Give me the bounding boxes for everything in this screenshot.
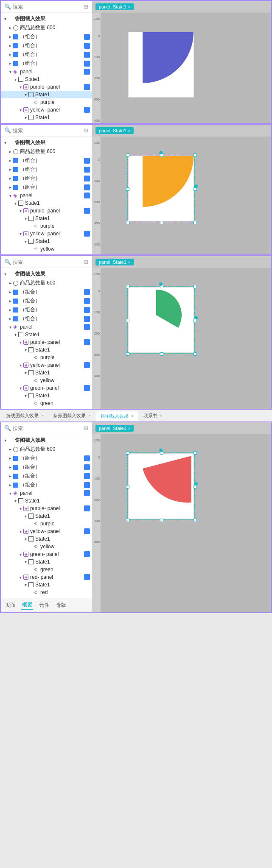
close-tab-icon[interactable]: × bbox=[41, 413, 44, 418]
tree-item[interactable]: State1 bbox=[1, 346, 92, 354]
chevron-icon[interactable] bbox=[18, 363, 23, 368]
selection-handle[interactable] bbox=[193, 451, 197, 455]
search-input[interactable] bbox=[13, 128, 82, 134]
tree-item[interactable]: ◈panel bbox=[1, 323, 92, 331]
tree-item[interactable]: State1 bbox=[1, 392, 92, 399]
chevron-icon[interactable] bbox=[23, 371, 28, 375]
tree-item[interactable]: （组合） bbox=[1, 41, 92, 50]
rotation-handle[interactable] bbox=[159, 282, 163, 286]
chevron-icon[interactable] bbox=[23, 560, 28, 564]
tree-item[interactable]: （组合） bbox=[1, 174, 92, 183]
tree-item[interactable]: （组合） bbox=[1, 305, 92, 314]
selection-handle[interactable] bbox=[160, 352, 163, 356]
selection-handle[interactable] bbox=[160, 519, 163, 522]
tree-item[interactable]: ◈purple- panel bbox=[1, 338, 92, 346]
tree-item[interactable]: ⟲green bbox=[1, 399, 92, 407]
anchor-handle[interactable] bbox=[194, 316, 198, 319]
tree-item[interactable]: State1 bbox=[1, 199, 92, 207]
chevron-icon[interactable] bbox=[8, 61, 13, 66]
chevron-icon[interactable] bbox=[8, 281, 13, 285]
tree-item[interactable]: State1 bbox=[1, 114, 92, 121]
chevron-icon[interactable] bbox=[8, 307, 13, 312]
tree-item[interactable]: （组合） bbox=[1, 480, 92, 489]
chevron-icon[interactable] bbox=[8, 474, 13, 478]
tree-item[interactable]: ◈yellow- panel bbox=[1, 106, 92, 114]
search-input[interactable] bbox=[13, 259, 82, 265]
bottom-nav-item[interactable]: 概要 bbox=[21, 600, 33, 610]
chevron-icon[interactable] bbox=[3, 438, 8, 443]
tree-item[interactable]: 饼图截入效果 bbox=[1, 138, 92, 147]
chevron-icon[interactable] bbox=[13, 201, 18, 206]
tree-item[interactable]: （组合） bbox=[1, 50, 92, 59]
chevron-icon[interactable] bbox=[18, 529, 23, 534]
chevron-icon[interactable] bbox=[8, 176, 13, 181]
selection-handle[interactable] bbox=[126, 519, 129, 522]
chevron-icon[interactable] bbox=[18, 209, 23, 213]
chevron-icon[interactable] bbox=[23, 514, 28, 519]
chevron-icon[interactable] bbox=[3, 17, 8, 21]
tree-item[interactable]: （组合） bbox=[1, 287, 92, 296]
tree-item[interactable]: ⟲yellow bbox=[1, 377, 92, 384]
chevron-icon[interactable] bbox=[8, 25, 13, 30]
tree-item[interactable]: ◈panel bbox=[1, 68, 92, 75]
rotation-handle[interactable] bbox=[159, 151, 163, 154]
tree-item[interactable]: ⟲yellow bbox=[1, 543, 92, 550]
canvas-area[interactable] bbox=[101, 434, 271, 612]
close-tab-icon[interactable]: × bbox=[131, 414, 134, 419]
tree-item[interactable]: State1 bbox=[1, 535, 92, 543]
chevron-icon[interactable] bbox=[8, 483, 13, 487]
rotation-handle[interactable] bbox=[159, 449, 163, 452]
filter-icon[interactable]: ⊟ bbox=[84, 425, 88, 431]
tree-item[interactable]: （组合） bbox=[1, 183, 92, 192]
canvas-area[interactable] bbox=[101, 268, 271, 409]
tree-item[interactable]: ◈panel bbox=[1, 192, 92, 199]
chevron-icon[interactable] bbox=[3, 140, 8, 145]
tree-item[interactable]: ⟲red bbox=[1, 589, 92, 596]
canvas-area[interactable] bbox=[101, 137, 271, 254]
chevron-icon[interactable] bbox=[23, 583, 28, 587]
tree-item[interactable]: State1 bbox=[1, 75, 92, 83]
selection-handle[interactable] bbox=[160, 221, 163, 224]
chevron-icon[interactable] bbox=[8, 43, 13, 48]
chevron-icon[interactable] bbox=[8, 456, 13, 461]
chevron-icon[interactable] bbox=[18, 386, 23, 391]
tree-item[interactable]: ⟲purple bbox=[1, 520, 92, 527]
canvas-area[interactable] bbox=[101, 13, 271, 123]
chevron-icon[interactable] bbox=[8, 52, 13, 57]
chevron-icon[interactable] bbox=[23, 537, 28, 541]
tab-item[interactable]: 饼图截入效果 × bbox=[96, 411, 138, 421]
tree-item[interactable]: State1 bbox=[1, 497, 92, 505]
tree-item[interactable]: State1 bbox=[1, 558, 92, 566]
chevron-icon[interactable] bbox=[13, 332, 18, 337]
chevron-icon[interactable] bbox=[18, 108, 23, 112]
tree-item[interactable]: ◈purple- panel bbox=[1, 207, 92, 215]
chevron-icon[interactable] bbox=[18, 552, 23, 557]
tree-item[interactable]: ◈red- panel bbox=[1, 573, 92, 581]
tree-item[interactable]: State1 bbox=[1, 369, 92, 377]
tree-item[interactable]: （组合） bbox=[1, 314, 92, 323]
chevron-icon[interactable] bbox=[8, 193, 13, 198]
tree-item[interactable]: 商品总数量 600 bbox=[1, 23, 92, 32]
tree-item[interactable]: （组合） bbox=[1, 296, 92, 305]
chevron-icon[interactable] bbox=[8, 447, 13, 452]
filter-icon[interactable]: ⊟ bbox=[84, 127, 88, 134]
tree-item[interactable]: （组合） bbox=[1, 165, 92, 174]
chevron-icon[interactable] bbox=[23, 216, 28, 221]
selection-handle[interactable] bbox=[193, 221, 197, 224]
chevron-icon[interactable] bbox=[8, 34, 13, 39]
tree-item[interactable]: ◈panel bbox=[1, 489, 92, 497]
selection-handle[interactable] bbox=[193, 319, 197, 322]
tree-item[interactable]: ⟲purple bbox=[1, 354, 92, 361]
filter-icon[interactable]: ⊟ bbox=[84, 259, 88, 265]
search-input[interactable] bbox=[13, 4, 82, 10]
chevron-icon[interactable] bbox=[23, 394, 28, 398]
tree-item[interactable]: （组合） bbox=[1, 156, 92, 165]
chevron-icon[interactable] bbox=[8, 290, 13, 294]
chevron-icon[interactable] bbox=[8, 185, 13, 190]
search-input[interactable] bbox=[13, 425, 82, 431]
tree-item[interactable]: （组合） bbox=[1, 59, 92, 68]
tree-item[interactable]: 饼图截入效果 bbox=[1, 270, 92, 279]
tree-item[interactable]: ⟲yellow bbox=[1, 245, 92, 253]
tree-item[interactable]: 商品总数量 600 bbox=[1, 445, 92, 454]
chevron-icon[interactable] bbox=[18, 340, 23, 345]
